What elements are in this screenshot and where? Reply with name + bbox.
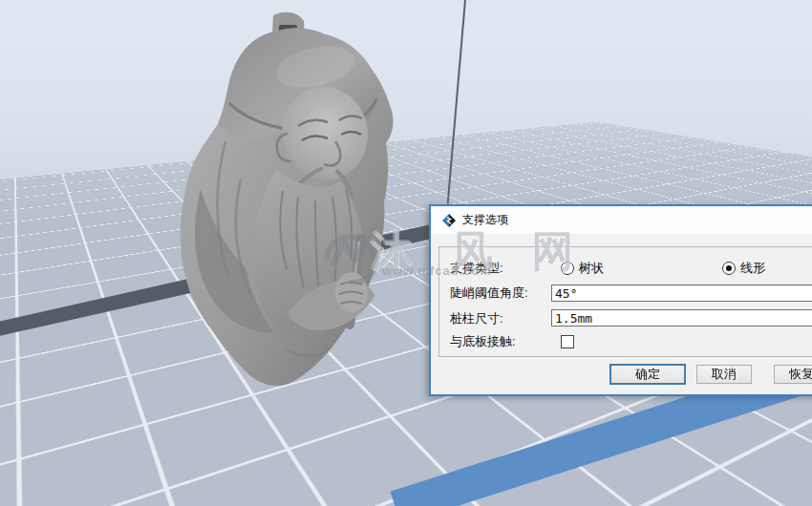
pillar-size-label: 桩柱尺寸:	[450, 310, 551, 327]
touch-plate-label: 与底板接触:	[450, 333, 551, 350]
touch-plate-row: 与底板接触:	[450, 333, 574, 350]
old-man-pendant-model[interactable]	[162, 10, 420, 396]
restore-button[interactable]: 恢复	[774, 365, 812, 384]
cancel-button[interactable]: 取消	[696, 365, 752, 384]
support-options-dialog: 支撑选项 支撑类型: 树状 线形 陡峭阈值角度: 桩柱尺寸: 与	[429, 204, 812, 396]
radio-tree-label[interactable]: 树状	[579, 260, 604, 277]
pillar-size-row: 桩柱尺寸:	[450, 310, 551, 327]
radio-linear[interactable]	[722, 262, 736, 275]
slicer-3d-viewport: 支撑选项 支撑类型: 树状 线形 陡峭阈值角度: 桩柱尺寸: 与	[0, 0, 812, 506]
dialog-titlebar[interactable]: 支撑选项	[431, 206, 812, 234]
dialog-title: 支撑选项	[462, 212, 508, 228]
support-type-label: 支撑类型:	[450, 260, 551, 277]
touch-plate-checkbox[interactable]	[561, 335, 574, 348]
app-logo-icon	[442, 214, 456, 227]
support-type-row: 支撑类型: 树状 线形	[450, 260, 765, 277]
ok-button[interactable]: 确定	[609, 364, 686, 385]
threshold-angle-input[interactable]	[551, 285, 812, 302]
threshold-angle-label: 陡峭阈值角度:	[450, 285, 551, 302]
radio-linear-label[interactable]: 线形	[740, 260, 765, 277]
pillar-size-input[interactable]	[551, 309, 812, 327]
support-settings-group: 支撑类型: 树状 线形 陡峭阈值角度: 桩柱尺寸: 与底板接触:	[438, 246, 812, 357]
threshold-angle-row: 陡峭阈值角度:	[450, 285, 551, 302]
radio-tree[interactable]	[561, 262, 574, 275]
